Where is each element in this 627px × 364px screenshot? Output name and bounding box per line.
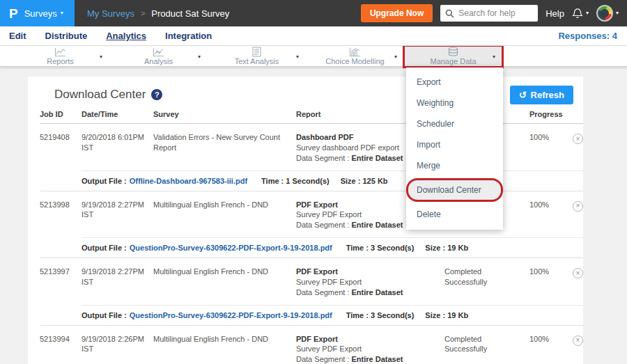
job-progress: 100%	[529, 267, 562, 298]
menu-item[interactable]: Delete	[406, 204, 503, 225]
search-icon	[445, 9, 454, 18]
toolbar-item[interactable]: Text Analysis ▾	[208, 46, 306, 67]
upgrade-now-button[interactable]: Upgrade Now	[361, 4, 433, 22]
job-progress: 100%	[529, 200, 562, 231]
job-progress: 100%	[529, 334, 562, 364]
toolbar-item-label: Manage Data	[430, 58, 476, 65]
chevron-down-icon: ▾	[61, 10, 63, 16]
analysis-line-chart-icon	[153, 47, 164, 57]
data-segment: Data Segment : Entire Dataset	[296, 354, 436, 364]
output-file-link[interactable]: QuestionPro-Survey-6309622-PDF-Export-9-…	[130, 244, 332, 252]
toolbar-item-label: Choice Modelling	[325, 58, 384, 65]
job-id: 5213998	[40, 200, 82, 231]
app-logo-block: P Surveys ▾	[0, 0, 75, 26]
chevron-down-icon: ▾	[296, 54, 299, 60]
chevron-down-icon: ▾	[100, 54, 102, 60]
job-datetime: 9/19/2018 2:27PM IST	[82, 200, 153, 231]
output-file-row: Output File : QuestionPro-Survey-6309622…	[82, 237, 583, 258]
choice-modelling-chart-icon	[349, 47, 361, 57]
job-survey: Multilingual English French - DND	[153, 267, 296, 298]
output-file-row: Output File : QuestionPro-Survey-6309622…	[82, 305, 583, 325]
chevron-down-icon: ▾	[586, 10, 589, 16]
nav-tab[interactable]: Edit	[9, 31, 26, 41]
table-row: 5213997 9/19/2018 2:27PM IST Multilingua…	[40, 258, 583, 326]
job-datetime: 9/20/2018 6:01PM IST	[82, 132, 153, 164]
menu-item[interactable]: Merge	[406, 155, 503, 176]
questionpro-logo: P	[9, 7, 18, 20]
breadcrumb-separator: >	[141, 9, 145, 17]
responses-count: Responses: 4	[558, 31, 617, 41]
toolbar-item-label: Reports	[47, 58, 74, 65]
toolbar-item[interactable]: Choice Modelling ▾	[306, 46, 404, 67]
breadcrumb-current-survey: Product Sat Survey	[151, 8, 229, 19]
menu-item[interactable]: Import	[406, 134, 503, 155]
chevron-down-icon: ▾	[616, 10, 619, 16]
nav-tab[interactable]: Analytics	[106, 31, 146, 41]
nav-tab[interactable]: Distribute	[45, 31, 88, 41]
help-link[interactable]: Help	[545, 8, 564, 19]
job-size: Size : 19 Kb	[425, 311, 468, 319]
job-time: Time : 3 Second(s)	[346, 244, 415, 252]
header-datetime: Date/Time	[82, 110, 153, 118]
toolbar-item-label: Analysis	[144, 58, 173, 65]
help-tooltip-icon[interactable]: ?	[151, 89, 162, 100]
breadcrumb: My Surveys > Product Sat Survey	[87, 8, 229, 19]
avatar-gauge-icon	[601, 9, 609, 17]
job-datetime: 9/19/2018 2:26PM IST	[82, 334, 153, 364]
report-name: PDF Export	[296, 267, 436, 277]
report-name: PDF Export	[296, 334, 436, 345]
topbar-right-controls: Upgrade Now Help ▾ ▾	[361, 4, 627, 22]
cancel-job-icon[interactable]: ×	[573, 201, 583, 212]
job-datetime: 9/19/2018 2:27PM IST	[82, 267, 153, 298]
job-id: 5219408	[40, 132, 82, 164]
toolbar-item[interactable]: Manage Data ▾	[404, 46, 502, 67]
chevron-down-icon: ▾	[394, 54, 397, 60]
job-progress: 100%	[529, 132, 562, 164]
menu-item[interactable]: Export	[406, 72, 503, 93]
job-status: Completed Successfully	[444, 334, 529, 364]
avatar	[596, 5, 613, 22]
refresh-icon: ↻	[519, 90, 527, 100]
chevron-down-icon: ▾	[493, 54, 495, 60]
job-time: Time : 1 Second(s)	[261, 177, 330, 185]
job-id: 5213994	[40, 334, 82, 364]
output-file-link[interactable]: QuestionPro-Survey-6309622-PDF-Export-9-…	[130, 311, 332, 319]
surveys-product-label: Surveys	[24, 8, 57, 19]
job-id: 5213997	[40, 267, 82, 298]
bell-icon	[572, 8, 583, 19]
menu-item[interactable]: Download Center	[408, 180, 501, 200]
output-file-row: Output File : Offline-Dashboard-967583-i…	[82, 171, 583, 191]
refresh-button[interactable]: ↻ Refresh	[510, 86, 573, 104]
toolbar-item-label: Text Analysis	[235, 58, 279, 65]
surveys-product-menu[interactable]: Surveys ▾	[24, 8, 63, 19]
nav-tab[interactable]: Integration	[165, 31, 212, 41]
page-title: Download Center ?	[54, 88, 162, 102]
search-input[interactable]	[458, 8, 534, 18]
breadcrumb-my-surveys[interactable]: My Surveys	[87, 8, 134, 19]
menu-item[interactable]: Scheduler	[406, 113, 503, 134]
chevron-down-icon: ▾	[198, 54, 201, 60]
job-size: Size : 125 Kb	[341, 177, 388, 185]
header-progress: Progress	[529, 110, 562, 118]
survey-nav-tabs: Edit Distribute Analytics Integration	[0, 26, 627, 46]
top-bar: P Surveys ▾ My Surveys > Product Sat Sur…	[0, 0, 627, 26]
toolbar-item[interactable]: Reports ▾	[11, 46, 109, 67]
help-search-box[interactable]	[440, 5, 538, 22]
cancel-job-icon[interactable]: ×	[573, 134, 583, 144]
menu-item[interactable]: Weighting	[406, 93, 503, 113]
reports-line-chart-icon	[54, 47, 66, 57]
output-file-link[interactable]: Offline-Dashboard-967583-iii.pdf	[130, 177, 247, 185]
header-survey: Survey	[153, 110, 296, 118]
manage-data-dropdown-menu: Export Weighting Scheduler Import Merge …	[406, 68, 503, 230]
account-control[interactable]: ▾	[596, 5, 619, 22]
toolbar-item[interactable]: Analysis ▾	[109, 46, 208, 67]
cancel-job-icon[interactable]: ×	[573, 268, 583, 278]
job-time: Time : 3 Second(s)	[346, 311, 415, 319]
text-analysis-document-icon	[252, 47, 261, 57]
job-survey: Multilingual English French - DND	[153, 200, 296, 231]
report-description: Survey PDF Export	[296, 277, 436, 287]
notifications-control[interactable]: ▾	[572, 8, 589, 19]
header-job-id: Job ID	[40, 110, 82, 118]
job-survey: Multilingual English French - DND	[153, 334, 296, 364]
cancel-job-icon[interactable]: ×	[573, 335, 583, 346]
